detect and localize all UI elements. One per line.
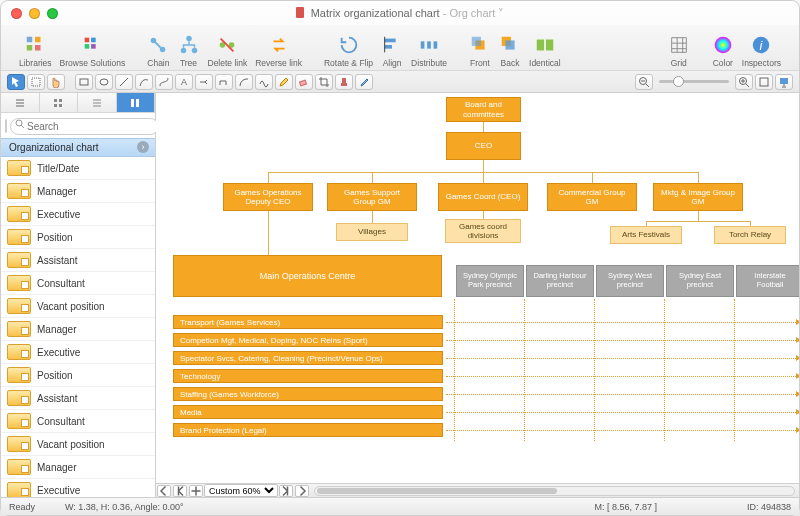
- hand-tool[interactable]: [47, 74, 65, 90]
- close-icon[interactable]: [11, 8, 22, 19]
- reverse-link-button[interactable]: Reverse link: [253, 34, 304, 68]
- function-row[interactable]: Spectator Svcs, Catering, Cleaning (Prec…: [173, 351, 443, 365]
- back-button[interactable]: Back: [497, 34, 523, 68]
- identical-button[interactable]: Identical: [527, 34, 563, 68]
- shape-item[interactable]: Assistant: [1, 249, 155, 272]
- spline-tool[interactable]: [255, 74, 273, 90]
- canvas-area[interactable]: Board and committees CEO Games Operation…: [156, 93, 799, 497]
- eyedropper-tool[interactable]: [355, 74, 373, 90]
- color-button[interactable]: Color: [710, 34, 736, 68]
- hscrollbar[interactable]: [314, 486, 795, 496]
- sidebar-tab-hamburger[interactable]: [1, 93, 40, 112]
- precinct-header[interactable]: Sydney West precinct: [596, 265, 664, 297]
- libraries-button[interactable]: Libraries: [17, 34, 54, 68]
- org-node-ceo[interactable]: CEO: [446, 132, 521, 160]
- search-input[interactable]: [10, 118, 159, 135]
- zoom-out-button[interactable]: [635, 74, 653, 90]
- function-row[interactable]: Staffing (Games Workforce): [173, 387, 443, 401]
- page-next-button[interactable]: [295, 485, 309, 497]
- zoom-icon[interactable]: [47, 8, 58, 19]
- sidebar-tab-thumbs[interactable]: [117, 93, 156, 112]
- rotate-flip-button[interactable]: Rotate & Flip: [322, 34, 375, 68]
- inspectors-button[interactable]: iInspectors: [740, 34, 783, 68]
- grid-button[interactable]: Grid: [666, 34, 692, 68]
- page-first-button[interactable]: [173, 485, 187, 497]
- page-last-button[interactable]: [279, 485, 293, 497]
- bezier-tool[interactable]: [155, 74, 173, 90]
- chain-button[interactable]: Chain: [145, 34, 171, 68]
- function-row[interactable]: Technology: [173, 369, 443, 383]
- org-node-torch[interactable]: Torch Relay: [714, 226, 786, 244]
- precinct-header[interactable]: Interstate Football: [736, 265, 799, 297]
- shape-item[interactable]: Executive: [1, 203, 155, 226]
- function-row[interactable]: Competion Mgt, Medical, Doping, NOC Reln…: [173, 333, 443, 347]
- precinct-header[interactable]: Darling Harbour precinct: [526, 265, 594, 297]
- function-row[interactable]: Transport (Games Services): [173, 315, 443, 329]
- ellipse-tool[interactable]: [95, 74, 113, 90]
- shape-item[interactable]: Manager: [1, 318, 155, 341]
- shape-item[interactable]: Executive: [1, 479, 155, 497]
- crop-tool[interactable]: [315, 74, 333, 90]
- sidebar-category-header[interactable]: Organizational chart ›: [1, 138, 155, 157]
- shape-item[interactable]: Consultant: [1, 410, 155, 433]
- zoom-fit-button[interactable]: [755, 74, 773, 90]
- delete-link-button[interactable]: Delete link: [206, 34, 250, 68]
- shape-item[interactable]: Title/Date: [1, 157, 155, 180]
- org-node-arts[interactable]: Arts Festivals: [610, 226, 682, 244]
- presentation-button[interactable]: [775, 74, 793, 90]
- canvas[interactable]: Board and committees CEO Games Operation…: [156, 93, 799, 497]
- lasso-tool[interactable]: [27, 74, 45, 90]
- page-prev-button[interactable]: [157, 485, 171, 497]
- zoom-select[interactable]: Custom 60%: [204, 484, 278, 497]
- browse-solutions-button[interactable]: Browse Solutions: [58, 34, 128, 68]
- distribute-button[interactable]: Distribute: [409, 34, 449, 68]
- shape-item[interactable]: Executive: [1, 341, 155, 364]
- smart-connector-tool[interactable]: [215, 74, 233, 90]
- page-add-button[interactable]: [189, 485, 203, 497]
- shape-item[interactable]: Position: [1, 226, 155, 249]
- org-node-games-support[interactable]: Games Support Group GM: [327, 183, 417, 211]
- shape-item[interactable]: Manager: [1, 180, 155, 203]
- function-row[interactable]: Media: [173, 405, 443, 419]
- zoom-slider[interactable]: [659, 80, 729, 83]
- org-node-main-ops[interactable]: Main Operations Centre: [173, 255, 442, 297]
- text-tool[interactable]: A: [175, 74, 193, 90]
- sidebar-back-button[interactable]: [5, 119, 7, 133]
- tree-button[interactable]: Tree: [176, 34, 202, 68]
- function-row[interactable]: Brand Protection (Legal): [173, 423, 443, 437]
- org-node-commercial[interactable]: Commercial Group GM: [547, 183, 637, 211]
- eraser-tool[interactable]: [295, 74, 313, 90]
- curve-tool[interactable]: [135, 74, 153, 90]
- shape-item[interactable]: Position: [1, 364, 155, 387]
- pointer-tool[interactable]: [7, 74, 25, 90]
- shape-item[interactable]: Manager: [1, 456, 155, 479]
- org-node-games-ops[interactable]: Games Operations Deputy CEO: [223, 183, 313, 211]
- category-info-icon[interactable]: ›: [137, 141, 149, 153]
- org-node-games-coord[interactable]: Games Coord (CEO): [438, 183, 528, 211]
- title-chevron-icon[interactable]: ˅: [498, 7, 504, 19]
- stamp-tool[interactable]: [335, 74, 353, 90]
- precinct-header[interactable]: Sydney East precinct: [666, 265, 734, 297]
- shape-item[interactable]: Vacant position: [1, 433, 155, 456]
- shape-item[interactable]: Consultant: [1, 272, 155, 295]
- shape-item[interactable]: Assistant: [1, 387, 155, 410]
- org-node-villages[interactable]: Villages: [336, 223, 408, 241]
- align-button[interactable]: Align: [379, 34, 405, 68]
- zoom-knob[interactable]: [673, 76, 684, 87]
- precinct-header[interactable]: Sydney Olympic Park precinct: [456, 265, 524, 297]
- line-tool[interactable]: [115, 74, 133, 90]
- org-node-games-coord-div[interactable]: Games coord divisions: [445, 219, 521, 243]
- sidebar-tab-list[interactable]: [78, 93, 117, 112]
- sidebar-tab-boxes[interactable]: [40, 93, 79, 112]
- front-button[interactable]: Front: [467, 34, 493, 68]
- rect-tool[interactable]: [75, 74, 93, 90]
- zoom-in-button[interactable]: [735, 74, 753, 90]
- minimize-icon[interactable]: [29, 8, 40, 19]
- arc-tool[interactable]: [235, 74, 253, 90]
- org-node-board[interactable]: Board and committees: [446, 97, 521, 122]
- hscroll-thumb[interactable]: [317, 488, 557, 494]
- connector-tool[interactable]: [195, 74, 213, 90]
- org-node-mktg[interactable]: Mktg & Image Group GM: [653, 183, 743, 211]
- shape-item[interactable]: Vacant position: [1, 295, 155, 318]
- pencil-tool[interactable]: [275, 74, 293, 90]
